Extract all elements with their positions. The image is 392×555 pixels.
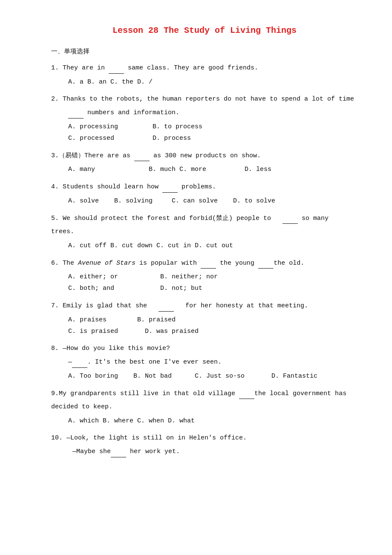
- page-title: Lesson 28 The Study of Living Things: [51, 26, 358, 35]
- question-3-options: A. many B. much C. more D. less: [51, 164, 358, 175]
- question-6: 6. The Avenue of Stars is popular with t…: [51, 257, 358, 295]
- question-3: 3.（易错）There are as as 300 new products o…: [51, 150, 358, 176]
- question-5-text: 5. We should protect the forest and forb…: [51, 213, 358, 224]
- question-5-options: A. cut off B. cut down C. cut in D. cut …: [51, 240, 358, 251]
- question-9-text: 9.My grandparents still live in that old…: [51, 388, 358, 399]
- question-1-options: A. a B. an C. the D. /: [51, 76, 358, 88]
- question-9-options: A. which B. where C. when D. what: [51, 415, 358, 427]
- question-1-text: 1. They are in same class. They are good…: [51, 62, 358, 74]
- question-3-text: 3.（易错）There are as as 300 new products o…: [51, 150, 358, 162]
- question-9-continued: decided to keep.: [51, 402, 358, 413]
- question-8-dialogue-1: 8. —How do you like this movie?: [51, 343, 358, 354]
- question-8: 8. —How do you like this movie? — . It's…: [51, 343, 358, 382]
- question-8-options: A. Too boring B. Not bad C. Just so-so D…: [51, 370, 358, 382]
- question-10-dialogue-2: —Maybe she her work yet.: [51, 446, 358, 457]
- section-header: 一、单项选择: [51, 47, 358, 55]
- question-4-options: A. solve B. solving C. can solve D. to s…: [51, 195, 358, 207]
- question-1: 1. They are in same class. They are good…: [51, 62, 358, 88]
- question-10-dialogue-1: 10. —Look, the light is still on in Hele…: [51, 433, 358, 444]
- question-5-continued: trees.: [51, 226, 358, 237]
- question-8-dialogue-2: — . It's the best one I've ever seen.: [51, 356, 358, 368]
- question-9: 9.My grandparents still live in that old…: [51, 388, 358, 427]
- question-5: 5. We should protect the forest and forb…: [51, 213, 358, 251]
- question-2-text: 2. Thanks to the robots, the human repor…: [51, 94, 358, 105]
- question-7-text: 7. Emily is glad that she for her honest…: [51, 300, 358, 312]
- question-2-options: A. processing B. to process C. processed…: [51, 121, 358, 144]
- question-6-text: 6. The Avenue of Stars is popular with t…: [51, 257, 358, 269]
- question-6-options: A. either; or B. neither; nor C. both; a…: [51, 271, 358, 294]
- question-7: 7. Emily is glad that she for her honest…: [51, 300, 358, 337]
- question-2: 2. Thanks to the robots, the human repor…: [51, 94, 358, 144]
- question-7-options: A. praises B. praised C. is praised D. w…: [51, 314, 358, 337]
- question-4-text: 4. Students should learn how problems.: [51, 181, 358, 193]
- question-2-continued: numbers and information.: [51, 107, 358, 119]
- question-4: 4. Students should learn how problems. A…: [51, 181, 358, 207]
- question-10: 10. —Look, the light is still on in Hele…: [51, 433, 358, 457]
